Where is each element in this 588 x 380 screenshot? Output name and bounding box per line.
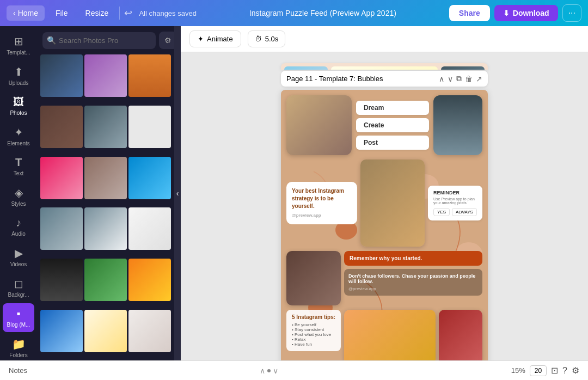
tips-box[interactable]: 5 Instagram tips: • Be yourself • Stay c… [286,310,341,351]
file-button[interactable]: File [49,5,75,21]
photo-thumb[interactable] [40,310,83,352]
page-number-box[interactable]: 20 [530,365,547,376]
text-icon: T [15,156,22,169]
woman-smiling-photo[interactable] [360,160,425,247]
reminder-box[interactable]: REMINDER Use Preview app to plan your am… [428,186,482,220]
sidebar-item-folders[interactable]: 📁 Folders [3,333,34,360]
photo-thumb[interactable] [128,310,171,352]
styles-icon: ◈ [15,186,23,199]
sidebar-label-folders: Folders [9,352,27,358]
notes-label[interactable]: Notes [9,366,27,375]
resize-button[interactable]: Resize [79,5,115,21]
photo-thumb[interactable] [128,259,171,301]
templates-icon: ⊞ [14,35,23,48]
reminder-buttons: YES ALWAYS [433,208,477,216]
canvas-scroll[interactable]: Page 11 - Template 7: Bubbles ∧ ∨ ⧉ 🗑 ↗ [181,52,588,360]
dress-photo[interactable] [439,310,482,360]
animate-button[interactable]: ✦ Animate [189,30,241,47]
photos-icon: 🖼 [13,96,24,108]
more-options-button[interactable]: ··· [562,4,581,22]
label-create[interactable]: Create [356,118,429,132]
filter-button[interactable]: ⚙ [159,32,174,49]
template-row-2: Your best Instagram strategy is to be yo… [286,160,482,247]
nav-divider [119,7,120,20]
couple-photo[interactable] [286,95,352,155]
photo-thumb[interactable] [84,157,127,199]
strip-photo-left [284,66,328,70]
help-button[interactable]: ? [562,366,567,376]
share-button[interactable]: Share [449,5,490,21]
photo-thumb[interactable] [84,106,127,148]
sidebar-item-photos[interactable]: 🖼 Photos [3,91,34,120]
search-input[interactable] [42,32,156,49]
photo-thumb[interactable] [128,157,171,199]
download-button[interactable]: ⬇ Download [494,5,558,21]
photos-grid [37,53,174,360]
photo-thumb[interactable] [84,207,127,250]
home-button[interactable]: ‹ Home [7,5,45,21]
page-nav-down-button[interactable]: ∨ [273,366,278,375]
panel-collapse-handle[interactable]: ‹ [174,26,181,360]
sidebar-item-videos[interactable]: ▶ Videos [3,242,34,272]
sidebar-item-audio[interactable]: ♪ Audio [3,212,34,241]
chevron-left-icon: ‹ [13,9,16,17]
sidebar-label-videos: Videos [10,261,27,267]
fit-screen-button[interactable]: ⊡ [551,365,558,376]
page-dot-navigation: ∧ ∨ [34,366,505,375]
bikini-photo[interactable] [344,310,436,360]
reminder-yes-button[interactable]: YES [433,208,450,216]
sidebar-item-text[interactable]: T Text [3,152,34,181]
photo-thumb[interactable] [84,259,127,301]
photo-thumb[interactable] [128,54,171,97]
page-collapse-down-button[interactable]: ∨ [448,74,453,83]
page-share-button[interactable]: ↗ [476,74,482,83]
page-collapse-up-button[interactable]: ∧ [439,74,444,83]
woman-sitting-photo[interactable] [433,95,482,155]
photo-thumb[interactable] [84,54,127,97]
tip-5: • Have fun [292,342,335,347]
photo-thumb[interactable] [40,54,83,97]
dont-chase-box[interactable]: Don't chase followers. Chase your passio… [344,269,482,296]
reminder-body: Use Preview app to plan your amazing pos… [433,197,477,205]
page-copy-button[interactable]: ⧉ [456,74,462,83]
sidebar-item-elements[interactable]: ✦ Elements [3,121,34,151]
timer-label: 5.0s [265,35,279,43]
tip-3: • Post what you love [292,332,335,337]
sidebar-item-templates[interactable]: ⊞ Templat... [3,30,34,60]
photo-thumb[interactable] [40,207,83,250]
settings-button[interactable]: ⚙ [572,365,579,376]
photo-thumb[interactable] [128,207,171,250]
icon-sidebar: ⊞ Templat... ⬆ Uploads 🖼 Photos ✦ Elemen… [0,26,37,360]
search-bar: 🔍 ⚙ [37,26,174,53]
blog-icon: ▪ [16,308,20,320]
sidebar-label-photos: Photos [10,110,27,116]
sidebar-item-blog[interactable]: ▪ Blog (M... [3,303,34,332]
remember-box[interactable]: Remember why you started. [344,251,482,266]
photo-thumb[interactable] [40,157,83,199]
reminder-always-button[interactable]: ALWAYS [452,208,477,216]
page-top-partial [281,63,488,70]
sidebar-item-styles[interactable]: ◈ Styles [3,182,34,211]
reminder-title: REMINDER [433,190,477,195]
page-nav-up-button[interactable]: ∧ [260,366,265,375]
undo-icon[interactable]: ↩ [124,7,132,19]
page-label-actions: ∧ ∨ ⧉ 🗑 ↗ [439,74,482,83]
photo-thumb[interactable] [40,259,83,301]
photo-thumb[interactable] [84,310,127,352]
sidebar-item-backgrounds[interactable]: ◻ Backgr... [3,273,34,302]
sidebar-label-audio: Audio [11,231,26,237]
page-label-11: Page 11 - Template 7: Bubbles ∧ ∨ ⧉ 🗑 ↗ [281,71,488,87]
label-dream[interactable]: Dream [356,101,429,115]
label-post[interactable]: Post [356,136,429,150]
sidebar-label-blog: Blog (M... [7,322,30,328]
sidebar-item-uploads[interactable]: ⬆ Uploads [3,61,34,90]
quote-box[interactable]: Your best Instagram strategy is to be yo… [286,182,357,224]
photo-thumb[interactable] [40,106,83,148]
man-photo[interactable] [286,251,341,305]
audio-icon: ♪ [16,217,21,229]
elements-icon: ✦ [14,126,23,139]
photo-thumb[interactable] [128,106,171,148]
strip-photo-center [331,66,438,70]
timer-button[interactable]: ⏱ 5.0s [248,30,286,47]
page-delete-button[interactable]: 🗑 [465,74,473,83]
